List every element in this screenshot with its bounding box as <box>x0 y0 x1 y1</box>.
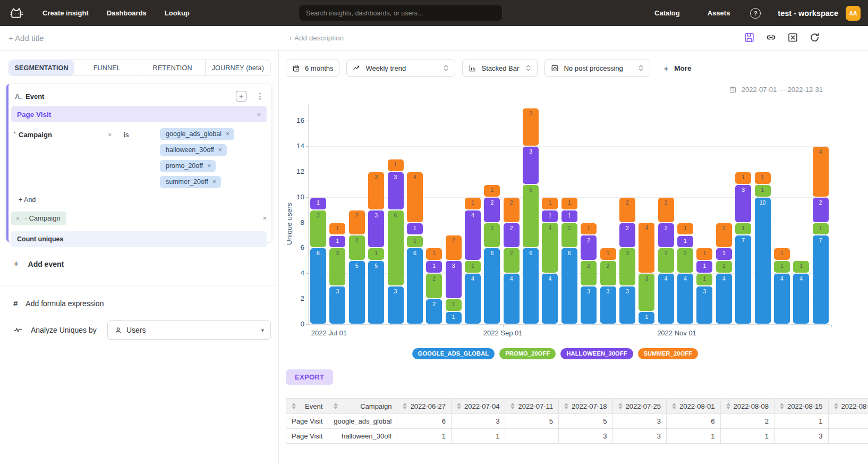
date-range-button[interactable]: 6 months <box>286 60 339 77</box>
bar-segment[interactable]: 1 <box>465 198 481 209</box>
bar-segment[interactable]: 3 <box>619 248 635 285</box>
tab-journey-beta-[interactable]: JOURNEY (beta) <box>205 60 270 75</box>
avatar[interactable]: AA <box>846 6 861 21</box>
nav-assets[interactable]: Assets <box>708 9 730 17</box>
bar-segment[interactable]: 2 <box>426 299 442 324</box>
bar-segment[interactable]: 1 <box>310 198 326 209</box>
refresh-icon[interactable] <box>809 32 820 43</box>
sort-icon[interactable] <box>292 403 296 409</box>
bar-segment[interactable]: 5 <box>349 261 365 324</box>
sort-icon[interactable] <box>457 403 461 409</box>
nav-create-insight[interactable]: Create insight <box>42 9 89 17</box>
sort-icon[interactable] <box>834 403 838 409</box>
remove-value-icon[interactable]: × <box>207 162 211 170</box>
column-header[interactable]: 2022-07-11 <box>505 399 559 414</box>
bar-segment[interactable]: 1 <box>407 236 423 248</box>
sort-icon[interactable] <box>403 403 407 409</box>
aggregation-selector[interactable]: Count uniques <box>11 231 267 247</box>
export-button[interactable]: EXPORT <box>286 369 333 385</box>
bar-segment[interactable]: 3 <box>696 286 712 324</box>
bar-segment[interactable]: 6 <box>388 210 404 286</box>
bar-segment[interactable]: 1 <box>329 236 345 248</box>
bar-segment[interactable]: 2 <box>484 198 500 222</box>
applied-date-range[interactable]: 2022-07-01 — 2022-12-31 <box>729 86 823 94</box>
bar-segment[interactable]: 2 <box>677 248 693 273</box>
column-header[interactable]: Event <box>286 399 328 414</box>
event-selector[interactable]: Page Visit × <box>11 106 267 122</box>
bar-segment[interactable]: 6 <box>310 248 326 324</box>
bar-segment[interactable]: 1 <box>793 261 809 273</box>
bar-segment[interactable]: 1 <box>426 248 442 260</box>
bar-segment[interactable]: 3 <box>581 286 597 324</box>
bar-segment[interactable]: 7 <box>735 235 751 324</box>
bar-segment[interactable]: 1 <box>484 185 500 197</box>
bar-segment[interactable]: 3 <box>388 286 404 324</box>
bar-segment[interactable]: 3 <box>368 172 384 209</box>
bar-segment[interactable]: 1 <box>542 198 558 209</box>
bar-segment[interactable]: 1 <box>716 248 732 260</box>
column-header[interactable]: 2022-07-18 <box>559 399 613 414</box>
sort-icon[interactable] <box>672 403 676 409</box>
save-icon[interactable] <box>744 32 755 43</box>
filter-property[interactable]: Campaign <box>19 128 108 139</box>
legend-chip[interactable]: SUMMER_20OFF <box>638 348 699 359</box>
bar-segment[interactable]: 4 <box>542 274 558 324</box>
bar-segment[interactable]: 1 <box>774 261 790 273</box>
bar-segment[interactable]: 10 <box>755 198 771 324</box>
bar-segment[interactable]: 1 <box>639 312 654 324</box>
bar-segment[interactable]: 3 <box>329 286 345 324</box>
sort-icon[interactable] <box>510 403 515 409</box>
bar-segment[interactable]: 2 <box>658 223 674 248</box>
workspace-name[interactable]: test - workspace <box>778 9 838 18</box>
bar-segment[interactable]: 1 <box>677 236 693 248</box>
bar-segment[interactable]: 3 <box>523 108 539 146</box>
column-header[interactable]: 2022-08-08 <box>720 399 775 414</box>
bar-segment[interactable]: 4 <box>465 274 481 324</box>
bar-segment[interactable]: 7 <box>813 235 829 324</box>
bar-segment[interactable]: 6 <box>523 248 539 324</box>
close-box-icon[interactable] <box>787 32 798 43</box>
bar-segment[interactable]: 2 <box>426 274 442 298</box>
bar-segment[interactable]: 2 <box>504 223 520 248</box>
bar-segment[interactable]: 2 <box>716 223 732 248</box>
bar-segment[interactable]: 2 <box>504 248 520 273</box>
bar-segment[interactable]: 2 <box>619 198 635 222</box>
more-button[interactable]: + More <box>663 64 691 72</box>
bar-segment[interactable]: 1 <box>581 223 597 235</box>
bar-segment[interactable]: 2 <box>561 223 577 248</box>
bar-segment[interactable]: 1 <box>561 198 577 209</box>
sort-icon[interactable] <box>618 403 623 409</box>
bar-segment[interactable]: 2 <box>504 198 520 222</box>
bar-segment[interactable]: 1 <box>774 248 790 260</box>
analyze-by-select[interactable]: Users ▾ <box>107 320 271 340</box>
bar-segment[interactable]: 1 <box>755 185 771 197</box>
remove-filter-icon[interactable]: × <box>108 128 124 139</box>
add-description-button[interactable]: + Add description <box>288 34 344 42</box>
tab-funnel[interactable]: FUNNEL <box>74 60 139 75</box>
sort-icon[interactable] <box>334 403 338 409</box>
bar-segment[interactable]: 1 <box>600 248 616 260</box>
remove-value-icon[interactable]: × <box>212 178 216 185</box>
column-header[interactable]: 2022-07-04 <box>451 399 505 414</box>
bar-segment[interactable]: 4 <box>677 274 693 324</box>
bar-segment[interactable]: 1 <box>368 248 384 260</box>
bar-segment[interactable]: 2 <box>349 235 365 260</box>
bar-segment[interactable]: 1 <box>696 274 712 285</box>
bar-segment[interactable]: 3 <box>388 172 404 209</box>
sort-icon[interactable] <box>726 403 730 409</box>
bar-segment[interactable]: 3 <box>619 286 635 324</box>
bar-segment[interactable]: 4 <box>504 274 520 324</box>
bar-segment[interactable]: 4 <box>793 274 809 324</box>
legend-chip[interactable]: GOOGLE_ADS_GLOBAL <box>412 348 495 359</box>
legend-chip[interactable]: PROMO_20OFF <box>499 348 556 359</box>
bar-segment[interactable]: 4 <box>465 210 481 260</box>
bar-segment[interactable]: 1 <box>329 223 345 235</box>
post-processing-select[interactable]: No post processing <box>544 60 650 77</box>
bar-segment[interactable]: 2 <box>446 235 462 260</box>
bar-segment[interactable]: 1 <box>388 159 404 171</box>
bar-segment[interactable]: 1 <box>735 172 751 184</box>
bar-segment[interactable]: 4 <box>774 274 790 324</box>
filter-value-chip[interactable]: promo_20off× <box>160 160 216 172</box>
sort-icon[interactable] <box>564 403 568 409</box>
nav-dashboards[interactable]: Dashboards <box>107 9 147 17</box>
